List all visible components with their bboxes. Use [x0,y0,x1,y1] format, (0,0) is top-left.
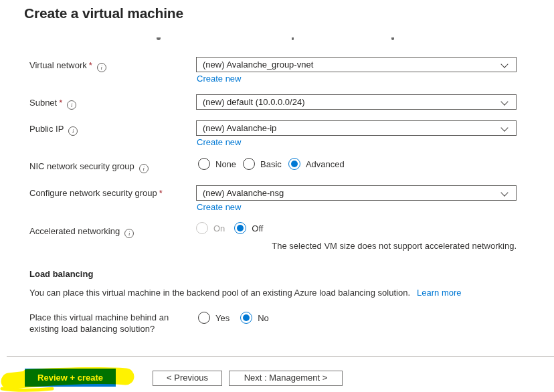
next-management-button[interactable]: Next : Management > [229,371,343,386]
info-icon[interactable]: i [67,100,76,110]
info-icon[interactable]: i [97,63,106,72]
radio-on: On [196,222,225,234]
radio-circle [198,158,210,170]
chevron-down-icon [500,189,508,196]
configure-nsg-dropdown[interactable]: (new) Avalanche-nsg [196,185,517,201]
info-icon[interactable]: i [124,229,134,238]
footer-divider [7,356,554,357]
radio-circle [243,158,255,170]
radio-off[interactable]: Off [234,222,263,234]
nic-nsg-radio-group: None Basic Advanced [198,158,345,170]
clipped-text-remnant [292,37,294,40]
radio-basic[interactable]: Basic [243,158,282,170]
accelerated-networking-note: The selected VM size does not support ac… [196,241,517,251]
page-title: Create a virtual machine [24,5,183,21]
radio-circle [196,222,208,234]
load-balancing-question-label: Place this virtual machine behind an exi… [29,312,197,334]
chevron-down-icon [500,124,508,131]
learn-more-link[interactable]: Learn more [417,288,461,298]
radio-circle [288,158,300,170]
public-ip-label: Public IPi [29,124,78,136]
radio-none[interactable]: None [198,158,236,170]
radio-no[interactable]: No [240,312,269,324]
required-marker: * [159,188,163,198]
radio-advanced[interactable]: Advanced [288,158,345,170]
radio-circle [234,222,246,234]
subnet-label: Subnet*i [29,98,76,110]
load-balancing-radio-group: Yes No [198,312,269,324]
radio-yes[interactable]: Yes [198,312,229,324]
configure-nsg-value: (new) Avalanche-nsg [203,188,284,198]
info-icon[interactable]: i [139,164,149,173]
configure-nsg-create-new-link[interactable]: Create new [197,202,241,212]
virtual-network-value: (new) Avalanche_group-vnet [203,60,313,70]
nic-nsg-label: NIC network security groupi [29,161,149,173]
load-balancing-heading: Load balancing [29,269,93,279]
virtual-network-create-new-link[interactable]: Create new [197,74,241,84]
required-marker: * [59,98,62,108]
load-balancing-description: You can place this virtual machine in th… [29,288,462,298]
review-create-button[interactable]: Review + create [25,369,116,387]
clipped-text-remnant [391,37,394,40]
virtual-network-label: Virtual network*i [29,60,106,72]
virtual-network-dropdown[interactable]: (new) Avalanche_group-vnet [196,57,517,72]
required-marker: * [89,60,92,70]
clipped-text-remnant [157,37,161,40]
chevron-down-icon [500,98,508,105]
public-ip-value: (new) Avalanche-ip [203,123,276,133]
accelerated-networking-radio-group: On Off [196,222,263,234]
public-ip-dropdown[interactable]: (new) Avalanche-ip [196,120,517,136]
subnet-dropdown[interactable]: (new) default (10.0.0.0/24) [196,94,517,110]
configure-nsg-label: Configure network security group* [29,188,163,198]
info-icon[interactable]: i [68,126,78,136]
chevron-down-icon [500,60,508,68]
public-ip-create-new-link[interactable]: Create new [197,137,241,147]
create-vm-page: Create a virtual machine Virtual network… [0,0,554,392]
radio-circle [240,312,252,324]
radio-circle [198,312,210,324]
previous-button[interactable]: < Previous [153,371,222,386]
accelerated-networking-label: Accelerated networkingi [29,226,134,238]
subnet-value: (new) default (10.0.0.0/24) [203,97,304,107]
